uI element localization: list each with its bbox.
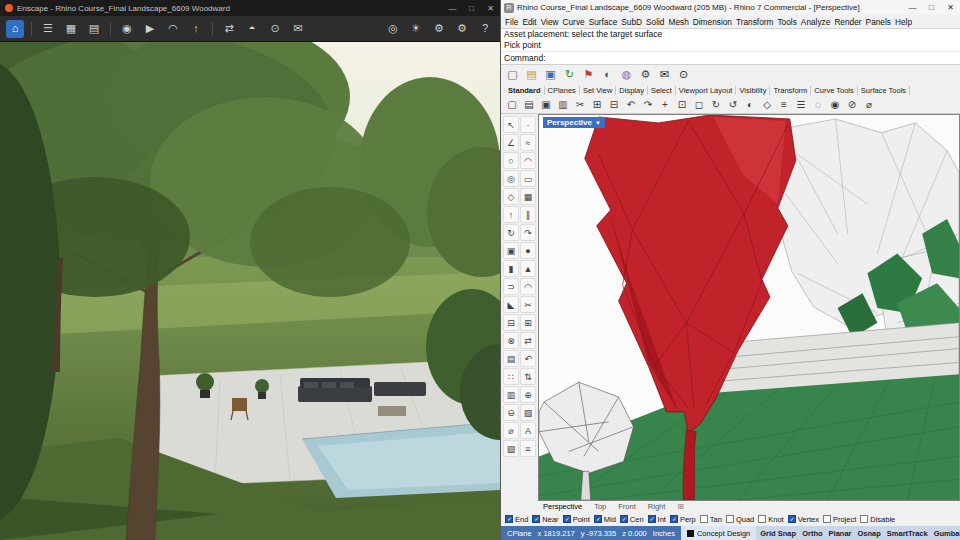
- paste-icon[interactable]: ⊟: [607, 97, 621, 111]
- options-gear-icon[interactable]: ⚙: [638, 67, 653, 82]
- vertex-checkbox[interactable]: [788, 515, 796, 523]
- dimension-icon[interactable]: ⌀: [503, 422, 519, 439]
- redo-icon[interactable]: ↷: [641, 97, 655, 111]
- status-toggle-gumball[interactable]: Gumball: [934, 529, 960, 538]
- maximize-button[interactable]: □: [462, 0, 481, 16]
- open-model-icon[interactable]: ▤: [524, 67, 539, 82]
- surface-icon[interactable]: ▦: [520, 188, 536, 205]
- toolbar-tab-set-view[interactable]: Set View: [580, 86, 616, 95]
- toolbar-tab-transform[interactable]: Transform: [770, 86, 811, 95]
- render-flag-icon[interactable]: ⚑: [581, 67, 596, 82]
- panorama-icon[interactable]: ◠: [164, 20, 182, 38]
- boolean-union-icon[interactable]: ⊕: [520, 386, 536, 403]
- sync-views-icon[interactable]: ⇄: [220, 20, 238, 38]
- enscape-start-icon[interactable]: ⌂: [6, 20, 24, 38]
- copy-object-icon[interactable]: ▤: [503, 350, 519, 367]
- menu-view[interactable]: View: [539, 17, 561, 27]
- asset-library-icon[interactable]: ▤: [85, 20, 103, 38]
- status-toggle-grid-snap[interactable]: Grid Snap: [760, 529, 796, 538]
- cplane-label[interactable]: CPlane: [507, 529, 532, 538]
- menu-edit[interactable]: Edit: [520, 17, 538, 27]
- knot-checkbox[interactable]: [758, 515, 766, 523]
- layers-icon[interactable]: ≡: [520, 440, 536, 457]
- sphere-icon[interactable]: ●: [520, 242, 536, 259]
- scenes-icon[interactable]: ☰: [39, 20, 57, 38]
- osnap-vertex[interactable]: Vertex: [788, 515, 819, 524]
- menu-subd[interactable]: SubD: [619, 17, 644, 27]
- toolbar-tab-cplanes[interactable]: CPlanes: [545, 86, 580, 95]
- point-checkbox[interactable]: [563, 515, 571, 523]
- viewport-tab-top[interactable]: Top: [594, 502, 606, 511]
- chamfer-icon[interactable]: ◣: [503, 296, 519, 313]
- toolbar-tab-standard[interactable]: Standard: [505, 86, 545, 95]
- sweep-icon[interactable]: ↷: [520, 224, 536, 241]
- viewport-tab-right[interactable]: Right: [648, 502, 666, 511]
- saved-views-icon[interactable]: ▦: [62, 20, 80, 38]
- sun-settings-icon[interactable]: ☀: [407, 20, 425, 38]
- array-icon[interactable]: ▥: [503, 386, 519, 403]
- status-toggle-osnap[interactable]: Osnap: [857, 529, 880, 538]
- mesh-tools-icon[interactable]: ▨: [520, 404, 536, 421]
- project-checkbox[interactable]: [823, 515, 831, 523]
- perp-checkbox[interactable]: [670, 515, 678, 523]
- osnap-mid[interactable]: Mid: [594, 515, 616, 524]
- info-icon[interactable]: ⊙: [676, 67, 691, 82]
- zoom-window-icon[interactable]: ◻: [692, 97, 706, 111]
- screenshot-icon[interactable]: ◉: [118, 20, 136, 38]
- trim-icon[interactable]: ✂: [520, 296, 536, 313]
- save-model-icon[interactable]: ▣: [543, 67, 558, 82]
- visual-settings-icon[interactable]: ⚙: [430, 20, 448, 38]
- move-icon[interactable]: ⇄: [520, 332, 536, 349]
- wireframe-mode-icon[interactable]: ◇: [760, 97, 774, 111]
- osnap-disable[interactable]: Disable: [860, 515, 895, 524]
- orbit-camera-icon[interactable]: ⊙: [266, 20, 284, 38]
- menu-solid[interactable]: Solid: [644, 17, 666, 27]
- osnap-tan[interactable]: Tan: [700, 515, 722, 524]
- export-standalone-icon[interactable]: ↑: [187, 20, 205, 38]
- toolbar-tab-viewport-layout[interactable]: Viewport Layout: [676, 86, 737, 95]
- scale-icon[interactable]: ∷: [503, 368, 519, 385]
- tan-checkbox[interactable]: [700, 515, 708, 523]
- save-file-icon[interactable]: ▣: [539, 97, 553, 111]
- explode-icon[interactable]: ⊗: [503, 332, 519, 349]
- menu-dimension[interactable]: Dimension: [691, 17, 734, 27]
- maximize-button[interactable]: □: [922, 0, 941, 15]
- layer-manager-icon[interactable]: ≡: [777, 97, 791, 111]
- menu-help[interactable]: Help: [893, 17, 914, 27]
- osnap-point[interactable]: Point: [563, 515, 590, 524]
- minimize-button[interactable]: —: [443, 0, 462, 16]
- osnap-perp[interactable]: Perp: [670, 515, 696, 524]
- menu-tools[interactable]: Tools: [775, 17, 798, 27]
- pan-view-icon[interactable]: +: [658, 97, 672, 111]
- show-object-icon[interactable]: ◉: [828, 97, 842, 111]
- print-icon[interactable]: ▥: [556, 97, 570, 111]
- help-icon[interactable]: ?: [476, 20, 494, 38]
- measure-icon[interactable]: ⌀: [862, 97, 876, 111]
- boolean-difference-icon[interactable]: ⊖: [503, 404, 519, 421]
- command-input[interactable]: Command:: [501, 51, 960, 65]
- properties-panel-icon[interactable]: ☰: [794, 97, 808, 111]
- perspective-viewport[interactable]: Perspective ▼: [538, 114, 960, 501]
- near-checkbox[interactable]: [532, 515, 540, 523]
- menu-surface[interactable]: Surface: [587, 17, 620, 27]
- hatch-icon[interactable]: ▧: [503, 440, 519, 457]
- shaded-mode-icon[interactable]: ◐: [743, 97, 757, 111]
- status-toggle-ortho[interactable]: Ortho: [802, 529, 822, 538]
- toolbar-tab-select[interactable]: Select: [648, 86, 676, 95]
- polygon-icon[interactable]: ◇: [503, 188, 519, 205]
- polyline-icon[interactable]: ∠: [503, 134, 519, 151]
- menu-transform[interactable]: Transform: [734, 17, 776, 27]
- viewport-tab-front[interactable]: Front: [618, 502, 636, 511]
- zoom-extents-icon[interactable]: ⊡: [675, 97, 689, 111]
- osnap-project[interactable]: Project: [823, 515, 856, 524]
- osnap-end[interactable]: End: [505, 515, 528, 524]
- new-model-icon[interactable]: ▢: [505, 67, 520, 82]
- mid-checkbox[interactable]: [594, 515, 602, 523]
- close-button[interactable]: ✕: [941, 0, 960, 15]
- close-button[interactable]: ✕: [481, 0, 500, 16]
- rotate-icon[interactable]: ↶: [520, 350, 536, 367]
- rectangle-icon[interactable]: ▭: [520, 170, 536, 187]
- menu-curve[interactable]: Curve: [561, 17, 587, 27]
- new-viewport-tab-icon[interactable]: ⊞: [677, 502, 684, 511]
- minimize-button[interactable]: —: [903, 0, 922, 15]
